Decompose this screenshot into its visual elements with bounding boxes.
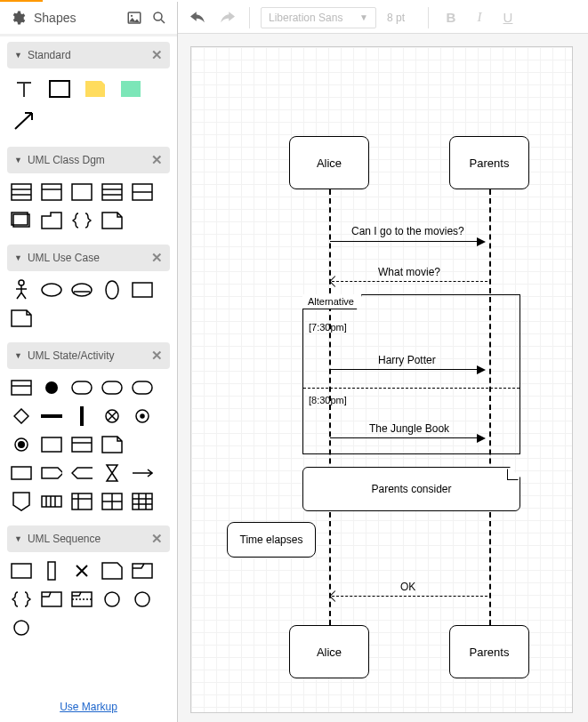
shape-decision[interactable] (11, 406, 32, 426)
shape-bar-v[interactable] (71, 406, 93, 426)
shape-package2[interactable] (11, 211, 32, 230)
shape-line-white-uc[interactable] (41, 309, 62, 328)
shape-rr2[interactable] (101, 378, 123, 397)
note-consider[interactable]: Parents consider (302, 467, 520, 511)
shape-grid4[interactable] (132, 492, 153, 511)
shape-activation[interactable] (41, 561, 62, 581)
shape-line-state[interactable] (132, 435, 153, 454)
shape-note-state[interactable] (101, 435, 123, 454)
close-icon[interactable]: ✕ (151, 348, 163, 364)
shape-circle2[interactable] (132, 590, 153, 609)
shape-ref[interactable] (132, 561, 153, 581)
shape-class-1[interactable] (71, 182, 93, 202)
shape-accept[interactable] (71, 463, 93, 483)
svg-rect-39 (12, 564, 31, 578)
close-icon[interactable]: ✕ (151, 152, 163, 168)
shape-initial[interactable] (41, 378, 62, 397)
shape-rr1[interactable] (71, 378, 93, 397)
shape-note-uc[interactable] (11, 309, 32, 328)
shape-arrow[interactable] (11, 109, 37, 132)
msg-arrow-m4[interactable] (330, 437, 481, 438)
svg-rect-7 (72, 184, 92, 200)
shape-region2[interactable] (71, 435, 93, 454)
bold-button[interactable]: B (439, 6, 463, 29)
shape-package[interactable] (41, 211, 62, 230)
shape-class-2[interactable] (41, 182, 62, 202)
shape-interface[interactable] (101, 182, 123, 202)
canvas[interactable]: Alice Parents Can I go to the movies? Wh… (190, 46, 573, 713)
shape-opt[interactable] (71, 590, 93, 609)
shape-frame[interactable] (101, 561, 123, 581)
shape-ellipse-line[interactable] (71, 280, 93, 300)
shape-lifeline-box[interactable] (11, 561, 32, 581)
shape-history[interactable] (132, 406, 153, 426)
msg-arrow-m2[interactable] (332, 281, 487, 282)
gear-icon[interactable] (9, 9, 27, 27)
font-select[interactable]: Liberation Sans ▼ (261, 7, 376, 28)
shape-offpage[interactable] (11, 492, 32, 511)
close-icon[interactable]: ✕ (151, 47, 163, 63)
msg-arrow-m3[interactable] (330, 369, 481, 370)
svg-point-16 (106, 281, 118, 299)
use-markup-link[interactable]: Use Markup (0, 692, 177, 722)
lifeline-alice-top[interactable]: Alice (289, 136, 369, 189)
shape-rr3[interactable] (132, 378, 153, 397)
shape-circle[interactable] (101, 590, 123, 609)
search-icon[interactable] (150, 9, 168, 27)
shape-rect-green[interactable] (117, 77, 144, 100)
shape-grid2[interactable] (71, 492, 93, 511)
undo-button[interactable] (187, 6, 210, 29)
shape-actor[interactable] (11, 280, 32, 300)
shape-state[interactable] (11, 378, 32, 397)
shape-braces[interactable] (71, 211, 93, 230)
shape-oval[interactable] (101, 280, 123, 300)
shape-expansion[interactable] (41, 492, 62, 511)
close-icon[interactable]: ✕ (151, 250, 163, 266)
shape-braces-seq[interactable] (11, 590, 32, 609)
shape-note-yellow[interactable] (82, 77, 109, 100)
shape-region[interactable] (41, 435, 62, 454)
panel-header-standard[interactable]: ▼ Standard ✕ (7, 42, 170, 68)
shape-signal[interactable] (41, 463, 62, 483)
font-size-input[interactable]: 8 pt (382, 7, 417, 28)
msg-arrow-ok[interactable] (332, 596, 487, 597)
svg-point-44 (105, 592, 119, 606)
shape-alt[interactable] (41, 590, 62, 609)
msg-arrow-m1[interactable] (330, 241, 481, 242)
shape-flowfinal[interactable] (101, 406, 123, 426)
shape-fork[interactable] (132, 463, 153, 483)
shape-bar-h[interactable] (41, 406, 62, 426)
panel-label: UML Use Case (28, 252, 151, 264)
shape-final[interactable] (11, 435, 32, 454)
shape-rect[interactable] (46, 77, 73, 100)
shape-action[interactable] (11, 463, 32, 483)
svg-rect-5 (12, 184, 31, 200)
shape-class-3[interactable] (11, 182, 32, 202)
shape-ellipse[interactable] (41, 280, 62, 300)
shape-note-corner[interactable] (101, 211, 123, 230)
lifeline-parents-bottom[interactable]: Parents (449, 625, 529, 678)
image-icon[interactable] (125, 9, 143, 27)
svg-rect-34 (12, 467, 31, 479)
svg-point-20 (45, 381, 58, 394)
panel-header-class[interactable]: ▼ UML Class Dgm ✕ (7, 147, 170, 173)
note-time-elapses[interactable]: Time elapses (227, 522, 316, 558)
shape-rect-uc[interactable] (132, 280, 153, 300)
lifeline-alice-bottom[interactable]: Alice (289, 625, 369, 678)
shape-destroy[interactable] (71, 561, 93, 581)
panel-header-state[interactable]: ▼ UML State/Activity ✕ (7, 342, 170, 369)
shape-line-white[interactable] (132, 211, 153, 230)
redo-button[interactable] (215, 6, 238, 29)
lifeline-parents-top[interactable]: Parents (449, 136, 529, 189)
fragment-divider (303, 388, 520, 389)
underline-button[interactable]: U (496, 6, 520, 29)
shape-grid3[interactable] (101, 492, 123, 511)
shape-enum[interactable] (132, 182, 153, 202)
shape-hourglass[interactable] (101, 463, 123, 483)
shape-text[interactable] (11, 77, 37, 100)
close-icon[interactable]: ✕ (151, 531, 163, 547)
shape-circle3[interactable] (11, 618, 32, 638)
panel-header-usecase[interactable]: ▼ UML Use Case ✕ (7, 245, 170, 271)
panel-header-sequence[interactable]: ▼ UML Sequence ✕ (7, 525, 170, 552)
italic-button[interactable]: I (468, 6, 491, 29)
